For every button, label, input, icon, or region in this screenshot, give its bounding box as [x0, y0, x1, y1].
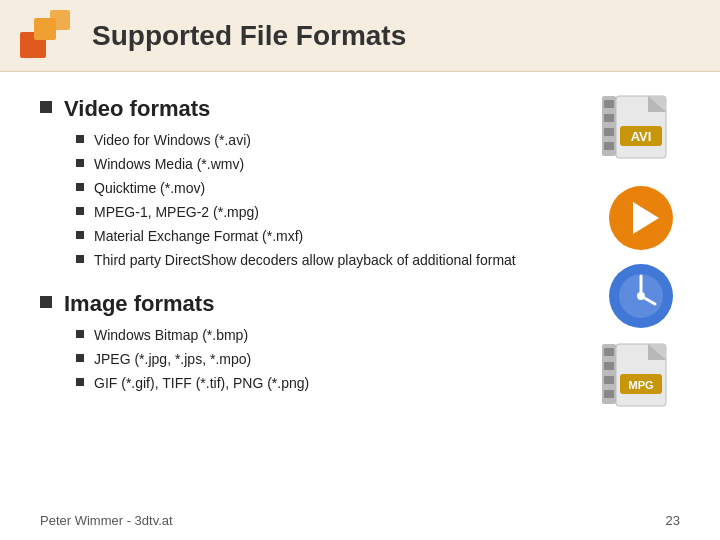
- footer-left: Peter Wimmer - 3dtv.at: [40, 513, 173, 528]
- page-title: Supported File Formats: [92, 20, 406, 52]
- list-item: Windows Bitmap (*.bmp): [76, 325, 680, 346]
- image-section: Image formats Windows Bitmap (*.bmp) JPE…: [40, 291, 680, 394]
- quicktime-icon: [607, 262, 675, 330]
- svg-rect-23: [604, 376, 614, 384]
- footer-right: 23: [666, 513, 680, 528]
- avi-icon: AVI: [602, 92, 680, 174]
- sub-bullet: [76, 378, 84, 386]
- video-section-title: Video formats: [64, 96, 210, 122]
- logo-icon: [20, 10, 76, 62]
- footer: Peter Wimmer - 3dtv.at 23: [0, 513, 720, 528]
- mpg-icon: MPG: [602, 340, 680, 422]
- video-section: Video formats Video for Windows (*.avi) …: [40, 96, 680, 271]
- sub-bullet: [76, 159, 84, 167]
- image-section-header: Image formats: [40, 291, 680, 317]
- header: Supported File Formats: [0, 0, 720, 72]
- svg-rect-5: [604, 114, 614, 122]
- list-item: Quicktime (*.mov): [76, 178, 680, 199]
- sub-bullet: [76, 183, 84, 191]
- svg-rect-7: [604, 142, 614, 150]
- svg-rect-2: [50, 10, 70, 30]
- list-item: Third party DirectShow decoders allow pl…: [76, 250, 680, 271]
- list-item: Material Exchange Format (*.mxf): [76, 226, 680, 247]
- list-item: JPEG (*.jpg, *.jps, *.mpo): [76, 349, 680, 370]
- sub-bullet: [76, 231, 84, 239]
- sub-bullet: [76, 354, 84, 362]
- list-item: Video for Windows (*.avi): [76, 130, 680, 151]
- svg-rect-6: [604, 128, 614, 136]
- sub-bullet: [76, 330, 84, 338]
- video-section-header: Video formats: [40, 96, 680, 122]
- svg-rect-21: [604, 348, 614, 356]
- section-bullet-image: [40, 296, 52, 308]
- svg-rect-24: [604, 390, 614, 398]
- svg-text:MPG: MPG: [628, 379, 653, 391]
- sub-bullet: [76, 207, 84, 215]
- svg-rect-4: [604, 100, 614, 108]
- sub-bullet: [76, 255, 84, 263]
- sub-bullet: [76, 135, 84, 143]
- list-item: MPEG-1, MPEG-2 (*.mpg): [76, 202, 680, 223]
- list-item: GIF (*.gif), TIFF (*.tif), PNG (*.png): [76, 373, 680, 394]
- list-item: Windows Media (*.wmv): [76, 154, 680, 175]
- image-list: Windows Bitmap (*.bmp) JPEG (*.jpg, *.jp…: [76, 325, 680, 394]
- format-icons: AVI MP: [602, 92, 680, 422]
- play-icon: [607, 184, 675, 252]
- image-section-title: Image formats: [64, 291, 214, 317]
- svg-text:AVI: AVI: [631, 129, 652, 144]
- main-content: AVI MP: [0, 72, 720, 430]
- svg-point-19: [637, 292, 645, 300]
- svg-rect-22: [604, 362, 614, 370]
- section-bullet-video: [40, 101, 52, 113]
- video-list: Video for Windows (*.avi) Windows Media …: [76, 130, 680, 271]
